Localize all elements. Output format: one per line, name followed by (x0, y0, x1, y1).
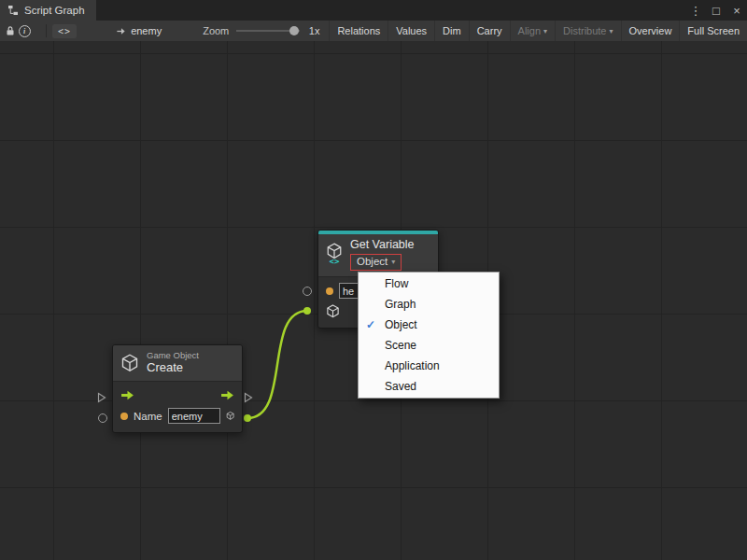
lock-icon[interactable] (4, 21, 18, 41)
create-node-header: Game Object Create (113, 345, 242, 382)
tab-script-graph[interactable]: Script Graph (0, 0, 96, 21)
kebab-menu-icon[interactable]: ⋮ (685, 0, 706, 21)
breadcrumb[interactable]: enemy (116, 25, 162, 36)
zoom-value: 1x (309, 25, 320, 36)
menu-item-graph[interactable]: ✓ Graph (359, 294, 499, 315)
flow-in-arrow-icon[interactable] (120, 389, 134, 401)
graph-toolbar: i <> enemy Zoom 1x Relations Values Dim … (0, 21, 747, 42)
gameobject-port-icon[interactable] (326, 304, 340, 318)
dim-button[interactable]: Dim (434, 21, 469, 41)
get-variable-header: <> Get Variable Object ▾ (318, 234, 438, 277)
chevron-down-icon: ▾ (610, 27, 613, 35)
align-button[interactable]: Align ▾ (510, 21, 555, 41)
create-node[interactable]: Game Object Create Name (112, 344, 243, 433)
gameobject-cube-icon (120, 354, 139, 372)
zoom-label: Zoom (203, 25, 229, 36)
create-node-body: Name (113, 382, 242, 432)
zoom-slider-thumb[interactable] (289, 26, 299, 35)
distribute-button[interactable]: Distribute ▾ (555, 21, 620, 41)
maximize-icon[interactable]: □ (706, 0, 726, 21)
connection-wire[interactable] (247, 311, 307, 418)
flow-ports-row (113, 385, 242, 406)
flow-out-arrow-icon[interactable] (220, 389, 234, 401)
flow-input-port[interactable] (97, 392, 106, 403)
menu-item-flow[interactable]: ✓ Flow (359, 273, 499, 294)
tab-label: Script Graph (24, 5, 85, 16)
gameobject-output-icon[interactable] (226, 409, 234, 423)
script-graph-icon (7, 5, 19, 16)
name-value-input[interactable] (168, 408, 220, 424)
window-controls: ⋮ □ × (685, 0, 747, 21)
info-icon[interactable]: i (18, 21, 32, 41)
values-button[interactable]: Values (388, 21, 434, 41)
wire-source-port[interactable] (244, 414, 251, 422)
breadcrumb-graph-name: enemy (131, 25, 162, 36)
variable-cube-icon: <> (326, 243, 343, 266)
scope-dropdown-menu: ✓ Flow ✓ Graph ✓ Object ✓ Scene ✓ Applic… (358, 272, 500, 399)
carry-button[interactable]: Carry (469, 21, 510, 41)
name-input-port[interactable] (98, 413, 107, 423)
zoom-slider[interactable] (236, 30, 300, 32)
code-badge-icon: <> (330, 258, 340, 266)
string-port-icon[interactable] (326, 287, 333, 295)
menu-item-application[interactable]: ✓ Application (359, 356, 499, 376)
relations-button[interactable]: Relations (329, 21, 388, 41)
edit-code-icon[interactable]: <> (52, 24, 77, 38)
close-icon[interactable]: × (726, 0, 747, 21)
script-graph-window: Script Graph ⋮ □ × i <> enemy Zoom (0, 0, 747, 560)
graph-icon (116, 26, 126, 36)
string-port-icon[interactable] (120, 413, 128, 420)
menu-item-saved[interactable]: ✓ Saved (359, 376, 499, 397)
menu-item-object[interactable]: ✓ Object (359, 315, 499, 335)
overview-button[interactable]: Overview (621, 21, 680, 41)
menu-item-scene[interactable]: ✓ Scene (359, 335, 499, 356)
chevron-down-icon: ▾ (543, 27, 547, 35)
fullscreen-button[interactable]: Full Screen (679, 21, 747, 41)
check-icon: ✓ (366, 318, 375, 331)
title-bar: Script Graph ⋮ □ × (0, 0, 747, 21)
flow-output-port[interactable] (244, 392, 253, 403)
variable-scope-dropdown[interactable]: Object ▾ (350, 254, 402, 270)
toolbar-separator (46, 24, 47, 37)
wire-target-port[interactable] (303, 307, 311, 315)
variable-name-port[interactable] (303, 287, 312, 296)
name-port-label: Name (134, 411, 162, 422)
name-port-row: Name (113, 406, 242, 427)
create-node-title: Create (147, 361, 199, 375)
graph-canvas[interactable]: <> Get Variable Object ▾ (0, 41, 747, 560)
get-variable-title: Get Variable (350, 238, 415, 251)
chevron-down-icon: ▾ (391, 258, 395, 266)
